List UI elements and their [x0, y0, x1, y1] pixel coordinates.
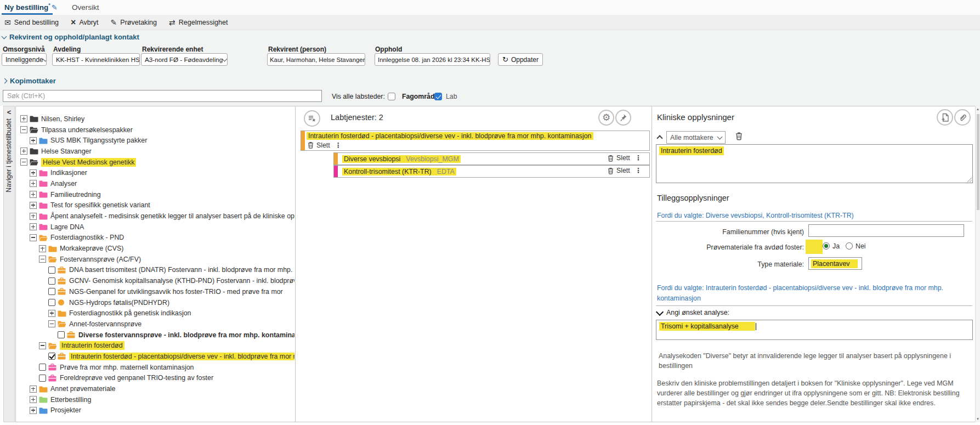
scroll-down-arrow[interactable]: ▼	[976, 417, 980, 421]
send-order-button[interactable]: ✉ Send bestilling	[4, 19, 59, 26]
tree-row[interactable]: Analyser	[16, 178, 294, 189]
tree-toggle-minus-icon[interactable]	[48, 320, 55, 327]
tree-row[interactable]: Indikasjoner	[16, 167, 294, 178]
list-star-icon[interactable]	[304, 110, 320, 127]
lab-domain-checkbox[interactable]	[434, 93, 442, 100]
tree-row[interactable]: Tilpassa undersøkelsespakker	[16, 124, 294, 135]
tree-row[interactable]: Prosjekter	[16, 405, 294, 416]
tree-row[interactable]: Diverse fostervannsprøve - inkl. blodprø…	[16, 330, 294, 341]
tree-row[interactable]: Annet prøvemateriale	[16, 383, 294, 394]
regularity-button[interactable]: ⇄ Regelmessighet	[169, 19, 228, 26]
tree-row[interactable]: Intrauterin fosterdød	[16, 340, 294, 351]
kebab-menu-icon[interactable]: ⋮	[335, 141, 342, 149]
kebab-menu-icon[interactable]: ⋮	[635, 167, 642, 174]
tree-row[interactable]: Fosterdiagnostikk på genetisk indikasjon	[16, 308, 294, 319]
cancel-button[interactable]: × Avbryt	[71, 18, 99, 27]
tree-checkbox[interactable]	[48, 353, 55, 360]
service-header-card[interactable]: Intrauterin fosterdød - placentabiopsi/d…	[301, 131, 650, 151]
paperclip-icon[interactable]	[954, 109, 971, 126]
tree-toggle-minus-icon[interactable]	[30, 234, 37, 241]
family-number-input[interactable]	[808, 224, 964, 237]
tree-checkbox[interactable]	[39, 375, 46, 382]
tree-checkbox[interactable]	[48, 299, 55, 306]
gear-icon[interactable]: ⚙	[598, 110, 614, 126]
tree-row[interactable]: Lagre DNA	[16, 222, 294, 233]
delete-note-icon[interactable]	[735, 132, 743, 140]
service-sub-card[interactable]: Kontroll-trisomitest (KTR-TR)EDTASlett⋮	[333, 165, 650, 178]
tree-row[interactable]: Prøve fra mor mhp. maternell kontaminasj…	[16, 362, 294, 373]
department-select[interactable]: KK-HST - Kvinneklinikken HST	[52, 53, 140, 66]
unit-select[interactable]: A3-nord FØ - Fødeavdeling	[141, 53, 228, 66]
add-document-icon[interactable]	[937, 109, 953, 126]
care-level-select[interactable]: Inneliggende	[2, 53, 47, 66]
clinical-scrollbar[interactable]: ▲ ▼	[975, 106, 980, 422]
tree-checkbox[interactable]	[48, 277, 55, 285]
tree-row[interactable]: DNA basert trisomitest (DNATR) Fostervan…	[16, 265, 294, 276]
tree-row[interactable]: NGS-Genpanel for utviklingsavvik hos fos…	[16, 286, 294, 297]
tree-toggle-plus-icon[interactable]	[30, 202, 37, 209]
tree-row[interactable]: Foreldreprøve ved genpanel TRIO-testing …	[16, 373, 294, 384]
collapse-analysis-icon[interactable]	[656, 308, 664, 316]
tree-row[interactable]: Etterbestilling	[16, 394, 294, 405]
tree-toggle-plus-icon[interactable]	[20, 148, 27, 155]
tree-toggle-plus-icon[interactable]	[30, 407, 37, 414]
tree-toggle-plus-icon[interactable]	[30, 169, 37, 177]
show-all-labs-checkbox[interactable]	[388, 93, 395, 100]
delete-service-button[interactable]: Slett⋮	[608, 167, 642, 174]
clinical-note-textarea[interactable]: Intrauterin fosterdød	[656, 144, 973, 183]
scrollbar-thumb[interactable]	[977, 114, 979, 210]
kebab-menu-icon[interactable]: ⋮	[635, 154, 642, 162]
deceased-yes-radio[interactable]	[823, 242, 830, 250]
resize-handle[interactable]	[966, 177, 972, 182]
update-button[interactable]: ↻ Oppdater	[498, 53, 543, 66]
tree-toggle-minus-icon[interactable]	[39, 342, 46, 349]
tree-row[interactable]: Morkakeprøve (CVS)	[16, 243, 294, 254]
sampling-button[interactable]: ✎ Prøvetaking	[111, 19, 157, 26]
tree-toggle-plus-icon[interactable]	[30, 223, 37, 230]
tree-toggle-minus-icon[interactable]	[39, 256, 46, 263]
tree-row[interactable]: Nilsen, Shirley	[16, 114, 294, 124]
tree-toggle-plus-icon[interactable]	[30, 386, 37, 393]
tree-toggle-plus-icon[interactable]	[30, 137, 37, 144]
tree-checkbox[interactable]	[48, 267, 55, 274]
tree-row[interactable]: Test for spesifikk genetisk variant	[16, 200, 294, 211]
tree-row[interactable]: Fosterdiagnostikk - PND	[16, 233, 294, 243]
tree-toggle-plus-icon[interactable]	[30, 213, 37, 220]
collapse-tree-button[interactable]: <	[4, 108, 14, 116]
tree-checkbox[interactable]	[39, 364, 46, 371]
tree-row[interactable]: Åpent analysefelt - medisinsk genetikk l…	[16, 211, 294, 222]
requester-field[interactable]: Kaur, Harmohan, Helse Stavanger Hf	[267, 53, 365, 66]
tree-row[interactable]: NGS-Hydrops føtalis(PNDHYDR)	[16, 297, 294, 308]
tree-row[interactable]: Familieutredning	[16, 189, 294, 200]
tree-checkbox[interactable]	[48, 288, 55, 295]
tree-toggle-plus-icon[interactable]	[30, 191, 37, 198]
tree-toggle-plus-icon[interactable]	[39, 245, 46, 252]
stay-select[interactable]: Innleggelse 08. jan 2026 kl 23:34 KK-HST	[375, 53, 490, 66]
tree-row[interactable]: Helse Stavanger	[16, 146, 294, 157]
search-input[interactable]	[3, 90, 322, 102]
service-sub-card[interactable]: Diverse vevsbiopsiVevsbiopsi_MGMSlett⋮	[333, 152, 650, 165]
tree-row[interactable]: Fostervannsprøve (AC/FV)	[16, 254, 294, 265]
recipients-select[interactable]: Alle mottakere	[666, 131, 726, 144]
copy-recipient-section-header[interactable]: Kopimottaker	[3, 77, 56, 85]
requester-section-header[interactable]: Rekvirent og opphold/planlagt kontakt	[2, 33, 139, 41]
collapse-note-icon[interactable]	[656, 135, 662, 141]
tree-row[interactable]: Helse Vest Medisinsk genetikk	[16, 157, 294, 168]
tree-toggle-minus-icon[interactable]	[20, 126, 27, 133]
tree-row[interactable]: Annet-fostervannsprøve	[16, 319, 294, 330]
tab-oversikt[interactable]: Oversikt	[72, 3, 99, 12]
delete-service-button[interactable]: Slett⋮	[308, 141, 342, 149]
tree-row[interactable]: GCNV- Genomisk kopitallsanalyse (KTHD-PN…	[16, 275, 294, 286]
tree-toggle-plus-icon[interactable]	[20, 115, 27, 122]
tree-toggle-plus-icon[interactable]	[30, 180, 37, 187]
tree-toggle-plus-icon[interactable]	[30, 396, 37, 403]
tree-checkbox[interactable]	[58, 331, 65, 338]
tab-ny-bestilling[interactable]: Ny bestilling*✎	[4, 2, 58, 12]
tree-toggle-plus-icon[interactable]	[48, 310, 55, 317]
deceased-no-radio[interactable]	[846, 242, 853, 250]
tree-row[interactable]: SUS MBK Tilgangsstyrte pakker	[16, 135, 294, 146]
material-type-input[interactable]: Placentavev	[808, 257, 862, 270]
tree-toggle-minus-icon[interactable]	[20, 158, 27, 166]
delete-service-button[interactable]: Slett⋮	[608, 154, 642, 162]
scroll-up-arrow[interactable]: ▲	[976, 107, 980, 111]
